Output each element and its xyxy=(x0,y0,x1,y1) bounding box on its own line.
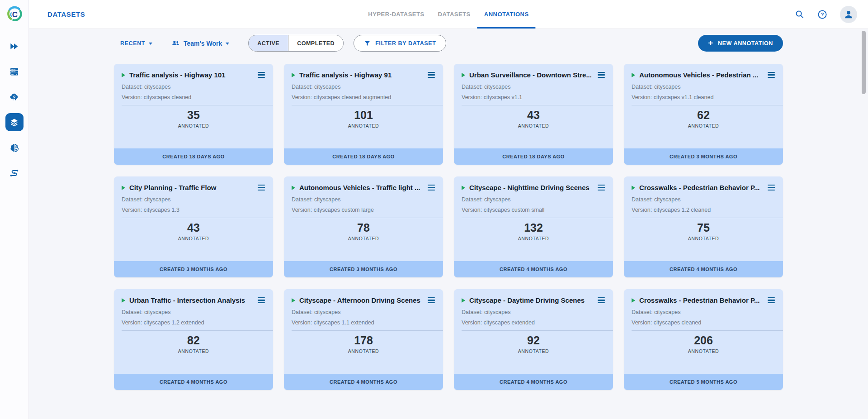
toggle-completed[interactable]: COMPLETED xyxy=(288,35,343,51)
cloud-gear-icon xyxy=(9,92,19,102)
tab-annotations[interactable]: ANNOTATIONS xyxy=(477,0,536,29)
annotated-label: ANNOTATED xyxy=(454,123,613,129)
card-menu-icon[interactable] xyxy=(595,295,608,305)
card-menu-icon[interactable] xyxy=(425,70,438,80)
annotated-count: 35 xyxy=(114,109,273,122)
card-menu-icon[interactable] xyxy=(425,295,438,305)
tab-datasets[interactable]: DATASETS xyxy=(431,0,477,29)
card-menu-icon[interactable] xyxy=(255,70,268,80)
card-dataset: Dataset: cityscapes xyxy=(624,196,783,203)
annotation-title: Autonomous Vehicles - Traffic light ... xyxy=(299,184,421,191)
scrollbar-thumb[interactable] xyxy=(862,31,866,94)
search-icon[interactable] xyxy=(794,9,805,20)
card-dataset: Dataset: cityscapes xyxy=(284,309,443,315)
annotated-label: ANNOTATED xyxy=(284,236,443,241)
annotation-card[interactable]: Traffic analysis - Highway 91 Dataset: c… xyxy=(284,64,443,165)
annotation-card[interactable]: City Planning - Traffic Flow Dataset: ci… xyxy=(114,176,273,277)
help-icon[interactable]: ? xyxy=(817,9,828,20)
card-divider xyxy=(292,105,443,105)
card-divider xyxy=(632,218,783,218)
annotated-label: ANNOTATED xyxy=(624,236,783,241)
annotated-count: 62 xyxy=(624,109,783,122)
card-created-badge: CREATED 3 MONTHS AGO xyxy=(624,148,783,165)
annotation-card[interactable]: Urban Surveillance - Downtown Stre... Da… xyxy=(454,64,613,165)
sidebar-item-data-browser[interactable] xyxy=(5,62,24,81)
page-title: DATASETS xyxy=(29,10,85,18)
app-logo-icon[interactable]: C xyxy=(5,5,24,23)
brain-icon xyxy=(9,143,19,152)
play-icon xyxy=(292,298,295,303)
toggle-active[interactable]: ACTIVE xyxy=(249,35,288,51)
annotation-card[interactable]: Cityscape - Daytime Driving Scenes Datas… xyxy=(454,289,613,390)
status-toggle: ACTIVE COMPLETED xyxy=(248,35,344,52)
card-version: Version: cityscapes cleaned augmented xyxy=(284,94,443,100)
card-header: Urban Surveillance - Downtown Stre... xyxy=(454,64,613,80)
svg-text:?: ? xyxy=(821,12,824,17)
annotated-label: ANNOTATED xyxy=(114,236,273,241)
card-dataset: Dataset: cityscapes xyxy=(624,84,783,90)
play-icon xyxy=(462,298,465,303)
sort-dropdown[interactable]: RECENT xyxy=(120,40,152,47)
card-menu-icon[interactable] xyxy=(255,183,268,192)
funnel-icon xyxy=(364,40,371,47)
card-divider xyxy=(462,105,613,105)
chevron-down-icon xyxy=(149,43,152,45)
plus-icon: + xyxy=(708,38,713,47)
layers-icon xyxy=(9,118,19,127)
card-menu-icon[interactable] xyxy=(765,183,778,192)
annotation-card[interactable]: Crosswalks - Pedestrian Behavior P... Da… xyxy=(624,176,783,277)
annotation-title: Urban Surveillance - Downtown Stre... xyxy=(469,71,591,79)
annotation-card[interactable]: Traffic analysis - Highway 101 Dataset: … xyxy=(114,64,273,165)
annotation-card[interactable]: Cityscape - Nighttime Driving Scenes Dat… xyxy=(454,176,613,277)
card-menu-icon[interactable] xyxy=(765,295,778,305)
sidebar-item-annotations[interactable] xyxy=(5,113,24,131)
play-icon xyxy=(632,73,635,77)
fast-forward-icon xyxy=(9,42,19,51)
annotation-card[interactable]: Autonomous Vehicles - Traffic light ... … xyxy=(284,176,443,277)
play-icon xyxy=(122,186,125,190)
card-created-badge: CREATED 18 DAYS AGO xyxy=(284,148,443,165)
sort-label: RECENT xyxy=(120,40,145,47)
card-divider xyxy=(292,218,443,218)
scope-dropdown[interactable]: Team's Work xyxy=(171,39,229,48)
play-icon xyxy=(462,186,465,190)
new-annotation-button[interactable]: + NEW ANNOTATION xyxy=(698,35,783,52)
annotated-label: ANNOTATED xyxy=(624,348,783,354)
card-header: Crosswalks - Pedestrian Behavior P... xyxy=(624,176,783,192)
card-menu-icon[interactable] xyxy=(595,183,608,192)
team-icon xyxy=(171,39,180,48)
sidebar-item-models[interactable] xyxy=(5,138,24,157)
annotation-card[interactable]: Urban Traffic - Intersection Analysis Da… xyxy=(114,289,273,390)
annotation-title: Autonomous Vehicles - Pedestrian ... xyxy=(639,71,761,79)
card-menu-icon[interactable] xyxy=(425,183,438,192)
annotation-card[interactable]: Crosswalks - Pedestrian Behavior P... Da… xyxy=(624,289,783,390)
card-menu-icon[interactable] xyxy=(255,295,268,305)
card-menu-icon[interactable] xyxy=(765,70,778,80)
card-created-badge: CREATED 4 MONTHS AGO xyxy=(624,261,783,277)
play-icon xyxy=(292,186,295,190)
annotation-title: Traffic analysis - Highway 101 xyxy=(129,71,251,79)
toolbar: RECENT Team's Work ACTIVE COMPLETED xyxy=(114,35,783,52)
card-version: Version: cityscapes extended xyxy=(454,319,613,326)
sidebar-item-quickstart[interactable] xyxy=(5,37,24,55)
svg-text:C: C xyxy=(12,10,17,19)
annotation-card[interactable]: Autonomous Vehicles - Pedestrian ... Dat… xyxy=(624,64,783,165)
sidebar-item-pipelines[interactable] xyxy=(5,164,24,182)
card-divider xyxy=(462,218,613,218)
card-version: Version: cityscapes custom small xyxy=(454,207,613,213)
card-dataset: Dataset: cityscapes xyxy=(114,309,273,315)
sidebar-nav xyxy=(5,37,24,189)
filter-by-dataset-button[interactable]: FILTER BY DATASET xyxy=(354,35,446,52)
annotated-count: 132 xyxy=(454,221,613,234)
annotation-grid: Traffic analysis - Highway 101 Dataset: … xyxy=(114,64,783,390)
sidebar-item-cloud-apps[interactable] xyxy=(5,88,24,106)
content-area: RECENT Team's Work ACTIVE COMPLETED xyxy=(29,29,868,419)
card-menu-icon[interactable] xyxy=(595,70,608,80)
user-avatar[interactable] xyxy=(840,6,857,23)
card-created-badge: CREATED 3 MONTHS AGO xyxy=(284,261,443,277)
annotation-card[interactable]: Cityscape - Afternoon Driving Scenes Dat… xyxy=(284,289,443,390)
card-dataset: Dataset: cityscapes xyxy=(454,196,613,203)
card-divider xyxy=(122,218,273,218)
tab-hyper-datasets[interactable]: HYPER-DATASETS xyxy=(361,0,431,29)
annotated-count: 82 xyxy=(114,334,273,347)
